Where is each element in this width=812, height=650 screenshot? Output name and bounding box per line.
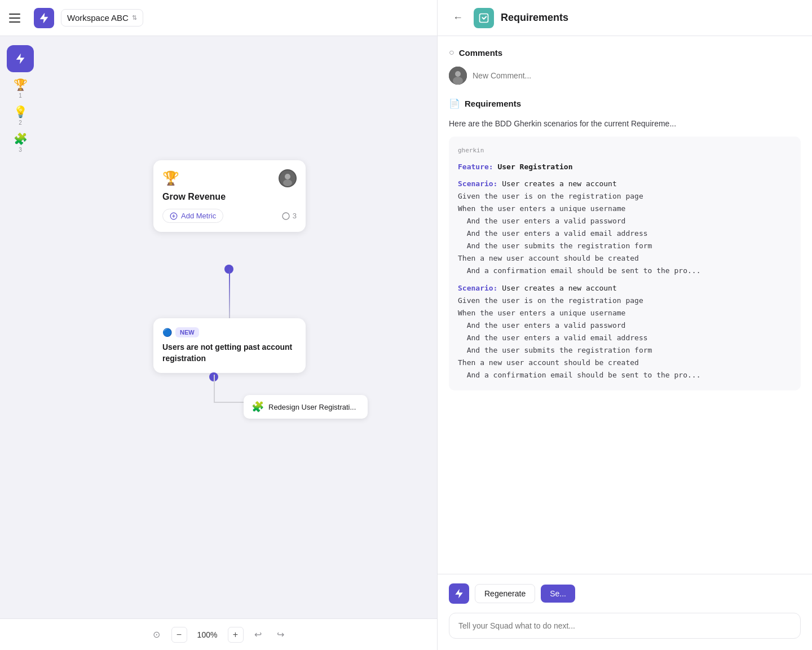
step-given-1: Given the user is on the registration pa…	[458, 190, 792, 203]
requirements-section: 📄 Requirements Here are the BDD Gherkin …	[449, 98, 801, 390]
app-logo	[34, 8, 54, 28]
comments-section-title: Comments	[459, 48, 503, 58]
node-grow-revenue-title: Grow Revenue	[162, 192, 297, 202]
sidebar-goals-count: 1	[19, 93, 22, 99]
sidebar-item-ideas[interactable]: 💡 2	[7, 104, 34, 126]
comments-section: ○ Comments	[449, 47, 801, 85]
add-metric-label: Add Metric	[181, 212, 216, 220]
svg-point-7	[455, 71, 461, 77]
workspace-name: Workspace ABC	[67, 13, 129, 23]
bottom-bar: ⊙ − 100% + ↩ ↪	[0, 618, 437, 650]
step-and-1a: And the user enters a valid password	[458, 215, 792, 227]
requirements-section-header: 📄 Requirements	[449, 98, 801, 109]
scenario-keyword-1: Scenario:	[458, 179, 497, 188]
issue-badge: 🔵 NEW	[162, 327, 297, 337]
connector-line-1	[229, 267, 230, 324]
regenerate-button[interactable]: Regenerate	[475, 584, 535, 603]
scenario-1: Scenario: User creates a new account Giv…	[458, 178, 792, 278]
scenario-name-2: User creates a new account	[502, 284, 617, 292]
svg-point-1	[285, 174, 290, 179]
add-metric-button[interactable]: Add Metric	[162, 209, 223, 223]
target-icon[interactable]: ⊙	[149, 627, 165, 643]
step-and-1d: And a confirmation email should be sent …	[458, 265, 792, 277]
step-when-2: When the user enters a unique username	[458, 307, 792, 319]
sidebar-item-goals[interactable]: 🏆 1	[7, 77, 34, 99]
step-and-1c: And the user submits the registration fo…	[458, 240, 792, 252]
back-button[interactable]: ←	[449, 9, 467, 27]
feature-line: Feature: User Registration	[458, 161, 792, 173]
gherkin-code-block: gherkin Feature: User Registration Scena…	[449, 137, 801, 390]
requirements-description: Here are the BDD Gherkin scenarios for t…	[449, 118, 801, 130]
sidebar-item-integrations[interactable]: 🧩 3	[7, 131, 34, 153]
node-grow-revenue-header: 🏆	[162, 169, 297, 187]
sidebar-item-lightning[interactable]	[7, 45, 34, 72]
redo-button[interactable]: ↪	[273, 627, 289, 643]
sidebar-ideas-count: 2	[19, 120, 22, 126]
menu-button[interactable]	[9, 9, 27, 27]
top-bar: Workspace ABC ⇅	[0, 0, 437, 36]
requirements-icon	[474, 8, 494, 28]
sidebar-integrations-count: 3	[19, 147, 22, 153]
scenario-2: Scenario: User creates a new account Giv…	[458, 282, 792, 382]
node-grow-revenue-footer: Add Metric 3	[162, 209, 297, 223]
scenario-1-header: Scenario: User creates a new account	[458, 178, 792, 190]
connector-line-2	[214, 375, 215, 403]
scenario-keyword-2: Scenario:	[458, 284, 497, 292]
right-panel-title: Requirements	[501, 12, 568, 24]
step-and-1b: And the user enters a valid email addres…	[458, 227, 792, 240]
step-and-2a: And the user enters a valid password	[458, 319, 792, 332]
zoom-level: 100%	[194, 630, 221, 639]
comment-input[interactable]	[473, 71, 801, 80]
workspace-selector[interactable]: Workspace ABC ⇅	[61, 9, 143, 27]
ai-action-bar: Regenerate Se...	[438, 574, 812, 613]
step-then-2: Then a new user account should be create…	[458, 357, 792, 369]
requirements-doc-icon: 📄	[449, 98, 460, 109]
step-and-2d: And a confirmation email should be sent …	[458, 369, 792, 381]
left-sidebar: 🏆 1 💡 2 🧩 3	[0, 36, 41, 650]
trophy-icon: 🏆	[14, 78, 28, 91]
right-content: ○ Comments 📄 Requirements Her	[438, 36, 812, 574]
step-and-2c: And the user submits the registration fo…	[458, 344, 792, 357]
right-panel: ← Requirements ○ Comments	[437, 0, 812, 650]
scenario-2-header: Scenario: User creates a new account	[458, 282, 792, 295]
puzzle-icon: 🧩	[14, 132, 28, 146]
node-avatar	[279, 169, 297, 187]
send-button[interactable]: Se...	[541, 585, 575, 603]
step-and-2b: And the user enters a valid email addres…	[458, 332, 792, 344]
comment-input-row	[449, 67, 801, 85]
right-header: ← Requirements	[438, 0, 812, 36]
undo-button[interactable]: ↩	[250, 627, 266, 643]
left-panel: Workspace ABC ⇅ 🏆 1 💡 2 🧩 3 🏆	[0, 0, 437, 650]
comments-icon: ○	[449, 47, 454, 58]
zoom-in-button[interactable]: +	[228, 627, 244, 643]
new-badge: NEW	[175, 327, 199, 337]
code-lang-label: gherkin	[458, 146, 792, 156]
ai-input[interactable]	[458, 621, 791, 630]
svg-rect-5	[480, 14, 488, 22]
node-user-registration-issue[interactable]: 🔵 NEW Users are not getting past account…	[153, 318, 306, 373]
scenario-name-1: User creates a new account	[502, 179, 617, 188]
svg-point-2	[283, 179, 292, 186]
chevron-updown-icon: ⇅	[132, 14, 137, 21]
ai-logo-icon	[449, 583, 469, 604]
bulb-icon: 💡	[14, 105, 28, 118]
svg-point-8	[453, 77, 463, 85]
canvas: 🏆 Grow Revenue Add Metric 3	[41, 36, 437, 650]
task-title: Redesign User Registrati...	[268, 403, 356, 411]
step-given-2: Given the user is on the registration pa…	[458, 295, 792, 307]
comment-user-avatar	[449, 67, 467, 85]
svg-point-4	[283, 213, 289, 219]
feature-name: User Registration	[497, 162, 572, 171]
node-grow-revenue[interactable]: 🏆 Grow Revenue Add Metric 3	[153, 160, 306, 232]
task-icon: 🧩	[251, 401, 264, 413]
node-redesign-task[interactable]: 🧩 Redesign User Registrati...	[244, 395, 368, 419]
zoom-out-button[interactable]: −	[171, 627, 187, 643]
comments-section-header: ○ Comments	[449, 47, 801, 58]
step-when-1: When the user enters a unique username	[458, 203, 792, 215]
trophy-emoji: 🏆	[162, 170, 179, 186]
connector-line-3	[214, 402, 248, 403]
feature-keyword: Feature:	[458, 162, 493, 171]
issue-title: Users are not getting past account regis…	[162, 342, 297, 364]
comment-count: 3	[281, 212, 297, 221]
ai-input-container	[449, 613, 801, 639]
